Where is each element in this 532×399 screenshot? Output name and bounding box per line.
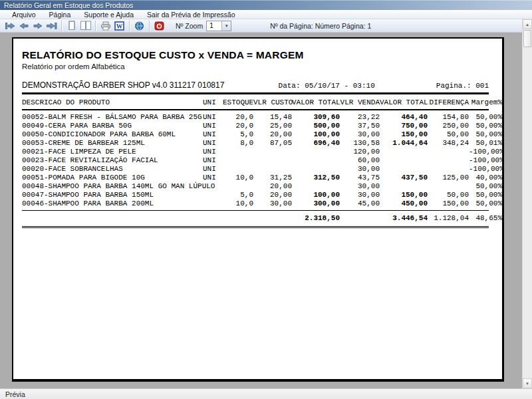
cell-margem: 48,65% <box>469 214 502 223</box>
table-row: 00053-CREME DE BARBEAR 125MLUNI8,087,056… <box>22 139 502 148</box>
table-totals: 2.318,503.446,541.128,0448,65% <box>22 214 502 223</box>
cell-margem: 50,01% <box>469 139 502 148</box>
cell-vlr_custo <box>253 156 292 165</box>
table-row: 00051-POMADA PARA BIGODE 10GUNI10,031,25… <box>22 174 502 182</box>
cell-vlr_custo: 25,00 <box>253 122 292 130</box>
cell-vlr_venda <box>340 214 380 223</box>
cell-vlr_venda: 30,00 <box>340 182 380 191</box>
cell-vlr_venda: 30,00 <box>340 191 380 200</box>
cell-diferenca: 250,00 <box>428 122 469 130</box>
table-row: 00052-BALM FRESH - BÁLSAMO PARA BARBA 25… <box>22 113 502 122</box>
cell-diferenca <box>428 182 469 191</box>
zoom-select[interactable]: 1 ▼ <box>206 21 231 31</box>
cell-descricao: 00053-CREME DE BARBEAR 125ML <box>22 139 203 148</box>
table-row: 00020-FACE SOBRANCELHASUNI30,00-100,00% <box>22 165 502 174</box>
cell-valor_total_custo: 309,60 <box>292 113 340 122</box>
cell-descricao: 00020-FACE SOBRANCELHAS <box>22 165 203 174</box>
menu-item-arquivo[interactable]: Arquivo <box>5 10 43 19</box>
cell-margem: -100,00% <box>469 156 502 165</box>
print-button[interactable] <box>98 20 112 32</box>
cell-vlr_custo: 20,00 <box>253 182 292 191</box>
cell-valor_total_custo: 100,00 <box>292 130 340 139</box>
html-export-button[interactable] <box>132 20 146 32</box>
last-page-icon <box>47 22 57 30</box>
cell-uni: UNI <box>203 148 223 156</box>
cell-estoque <box>223 182 253 191</box>
cell-uni: UNI <box>203 122 223 130</box>
cell-valor_total_custo <box>292 182 340 191</box>
cell-descricao: 00021-FACE LIMPEZA DE PELE <box>22 148 203 156</box>
cell-descricao: 00052-BALM FRESH - BÁLSAMO PARA BARBA 25… <box>22 113 203 122</box>
svg-text:W: W <box>116 23 123 29</box>
cell-valor_total_custo: 500,00 <box>292 122 340 130</box>
table-totals-row: 2.318,503.446,541.128,0448,65% <box>22 214 502 223</box>
cell-vlr_custo <box>253 214 292 223</box>
cell-vlr_custo: 20,00 <box>253 130 292 139</box>
toolbar: W Nº Zoom 1 ▼ Nº da Página: Número Págin… <box>0 19 522 33</box>
main-left: W Nº Zoom 1 ▼ Nº da Página: Número Págin… <box>0 19 522 388</box>
report-subtitle: Relatório por ordem Alfabética <box>22 63 502 70</box>
last-page-button[interactable] <box>45 20 59 32</box>
first-page-button[interactable] <box>3 20 17 32</box>
table-row: 00047-SHAMPOO PARA BARBA 150ML5,020,0010… <box>22 191 502 200</box>
cell-uni <box>203 214 223 223</box>
cell-estoque: 5,0 <box>223 130 253 139</box>
cell-uni <box>203 191 223 200</box>
rule-under-headline <box>22 92 489 94</box>
chevron-down-icon[interactable]: ▼ <box>221 21 231 31</box>
report-headline: DEMONSTRAÇÃO BARBER SHOP v4.0 311217 010… <box>22 80 502 90</box>
table-body: 00052-BALM FRESH - BÁLSAMO PARA BARBA 25… <box>22 113 502 208</box>
scrollbar-track[interactable] <box>523 29 532 378</box>
scroll-down-button[interactable]: ▼ <box>523 378 532 388</box>
cell-diferenca: DIFERENÇA <box>428 98 469 107</box>
cell-uni: UNI <box>203 130 223 139</box>
two-page-view-icon <box>80 21 92 31</box>
cell-uni: UNI <box>203 98 223 107</box>
cell-valor_total_venda <box>380 182 428 191</box>
scroll-up-button[interactable]: ▲ <box>523 19 532 29</box>
cell-diferenca: 125,00 <box>428 174 469 182</box>
single-page-view-button[interactable] <box>65 20 78 32</box>
prev-page-button[interactable] <box>17 20 31 32</box>
cell-vlr_custo <box>253 148 292 156</box>
table-row: 00023-FACE REVITALIZAÇÃO FACIALUNI60,00-… <box>22 156 502 165</box>
cell-vlr_custo: 87,05 <box>253 139 292 148</box>
toolbar-separator <box>61 21 62 31</box>
cell-margem: -100,00% <box>469 148 502 156</box>
exit-preview-button[interactable] <box>152 20 166 32</box>
cell-vlr_venda: 37,50 <box>340 122 380 130</box>
cell-descricao: 00050-CONDICIONADOR PARA BARBA 60ML <box>22 130 203 139</box>
prev-page-icon <box>19 22 29 30</box>
next-page-icon <box>33 22 43 30</box>
print-icon <box>100 21 111 31</box>
vertical-scrollbar[interactable]: ▲ ▼ <box>522 19 532 388</box>
menu-item-sair-da-previa-de-impressao[interactable]: Sair da Prévia de Impressão <box>140 10 241 19</box>
scrollbar-thumb[interactable] <box>523 30 531 47</box>
cell-estoque <box>223 165 253 174</box>
next-page-button[interactable] <box>31 20 45 32</box>
two-page-view-button[interactable] <box>78 20 92 32</box>
exit-icon <box>154 21 164 31</box>
cell-estoque <box>223 148 253 156</box>
word-export-button[interactable]: W <box>112 20 126 32</box>
cell-vlr_venda: 120,00 <box>340 148 380 156</box>
table-row: 00046-SHAMPOO PARA BARBA 200ML10,030,003… <box>22 200 502 208</box>
cell-valor_total_custo <box>292 165 340 174</box>
cell-diferenca <box>428 165 469 174</box>
cell-uni: UNI <box>203 174 223 182</box>
table-header: DESCRICAO DO PRODUTOUNIESTOQUEVLR CUSTOV… <box>22 98 502 107</box>
cell-estoque: 8,0 <box>223 139 253 148</box>
rule-above-totals <box>22 210 489 211</box>
single-page-view-icon <box>66 21 77 31</box>
cell-diferenca <box>428 156 469 165</box>
cell-descricao: 00048-SHAMPOO PARA BARBA 140ML GO MAN LÚ… <box>22 182 203 191</box>
toolbar-separator <box>149 21 150 31</box>
menu-item-pagina[interactable]: Página <box>43 10 78 19</box>
window-title: Relatório Geral em Estoque dos Produtos <box>4 1 133 9</box>
cell-valor_total_custo <box>292 148 340 156</box>
report-page-number: Pagina.: 001 <box>436 82 489 90</box>
menu-item-suporte-e-ajuda[interactable]: Suporte e Ajuda <box>77 10 140 19</box>
cell-margem: 50,00% <box>469 200 502 208</box>
toolbar-separator <box>95 21 96 31</box>
cell-diferenca: 50,00 <box>428 130 469 139</box>
